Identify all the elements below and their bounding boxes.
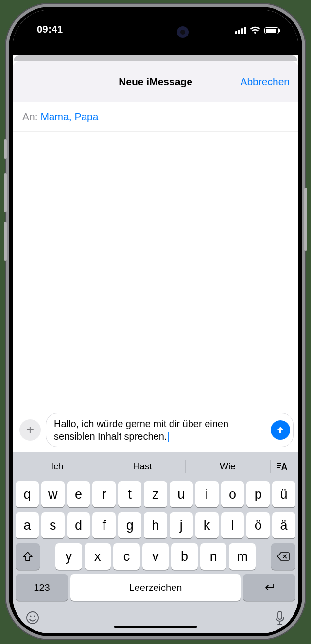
keyboard-row-3: y x c v b n m bbox=[15, 543, 296, 570]
svg-point-2 bbox=[34, 615, 35, 617]
key-o[interactable]: o bbox=[221, 481, 244, 507]
emoji-button[interactable] bbox=[25, 610, 40, 629]
key-m[interactable]: m bbox=[229, 543, 256, 570]
numbers-key[interactable]: 123 bbox=[16, 574, 68, 601]
cellular-icon bbox=[235, 27, 246, 34]
send-button[interactable] bbox=[271, 420, 290, 440]
key-y[interactable]: y bbox=[55, 543, 82, 570]
microphone-icon bbox=[274, 610, 286, 626]
text-format-button[interactable] bbox=[270, 455, 296, 478]
compose-bar: + Hallo, ich würde gerne mit dir über ei… bbox=[13, 410, 298, 452]
key-c[interactable]: c bbox=[113, 543, 140, 570]
key-a[interactable]: a bbox=[16, 512, 39, 538]
key-b[interactable]: b bbox=[171, 543, 198, 570]
key-d[interactable]: d bbox=[67, 512, 90, 538]
return-icon bbox=[262, 583, 276, 592]
key-v[interactable]: v bbox=[142, 543, 169, 570]
volume-up-button bbox=[4, 173, 7, 212]
svg-rect-3 bbox=[278, 611, 282, 619]
key-u[interactable]: u bbox=[170, 481, 193, 507]
screen: 09:41 Neue iMessage Abbrechen An: Mama, … bbox=[13, 10, 298, 633]
status-icons bbox=[235, 26, 279, 37]
key-g[interactable]: g bbox=[118, 512, 141, 538]
shift-key[interactable] bbox=[16, 543, 40, 570]
keyboard: Ich Hast Wie q w e r t z u i o bbox=[13, 452, 298, 633]
suggestion-3[interactable]: Wie bbox=[185, 455, 270, 478]
shift-icon bbox=[22, 551, 34, 562]
suggestion-2[interactable]: Hast bbox=[100, 455, 185, 478]
key-i[interactable]: i bbox=[195, 481, 219, 507]
svg-point-0 bbox=[27, 612, 38, 624]
status-time: 09:41 bbox=[37, 24, 63, 37]
key-f[interactable]: f bbox=[92, 512, 116, 538]
add-attachment-button[interactable]: + bbox=[19, 419, 41, 441]
key-r[interactable]: r bbox=[92, 481, 116, 507]
message-text: Hallo, ich würde gerne mit dir über eine… bbox=[54, 418, 228, 442]
key-t[interactable]: t bbox=[118, 481, 141, 507]
volume-down-button bbox=[4, 222, 7, 261]
recipients-label: An: bbox=[22, 111, 38, 122]
space-key[interactable]: Leerzeichen bbox=[70, 574, 241, 601]
arrow-up-icon bbox=[276, 425, 285, 435]
key-j[interactable]: j bbox=[170, 512, 193, 538]
key-ue[interactable]: ü bbox=[272, 481, 295, 507]
key-x[interactable]: x bbox=[85, 543, 111, 570]
text-format-icon bbox=[277, 462, 290, 471]
recipients-names: Mama, Papa bbox=[40, 111, 98, 122]
key-w[interactable]: w bbox=[41, 481, 65, 507]
dynamic-island bbox=[116, 21, 195, 43]
battery-icon bbox=[264, 27, 279, 34]
cancel-button[interactable]: Abbrechen bbox=[240, 76, 290, 88]
key-e[interactable]: e bbox=[67, 481, 90, 507]
key-q[interactable]: q bbox=[16, 481, 39, 507]
key-z[interactable]: z bbox=[144, 481, 167, 507]
home-indicator[interactable] bbox=[114, 626, 197, 628]
key-l[interactable]: l bbox=[221, 512, 244, 538]
backspace-icon bbox=[276, 552, 290, 561]
phone-frame: 09:41 Neue iMessage Abbrechen An: Mama, … bbox=[5, 3, 306, 640]
dictation-button[interactable] bbox=[274, 610, 286, 629]
keyboard-row-4: 123 Leerzeichen bbox=[15, 574, 296, 601]
key-p[interactable]: p bbox=[246, 481, 270, 507]
backspace-key[interactable] bbox=[271, 543, 295, 570]
modal-header: Neue iMessage Abbrechen bbox=[13, 61, 298, 102]
return-key[interactable] bbox=[243, 574, 295, 601]
svg-point-1 bbox=[30, 615, 31, 617]
suggestion-1[interactable]: Ich bbox=[15, 455, 100, 478]
suggestion-bar: Ich Hast Wie bbox=[15, 455, 296, 478]
power-button bbox=[304, 188, 307, 251]
key-h[interactable]: h bbox=[144, 512, 167, 538]
key-n[interactable]: n bbox=[200, 543, 227, 570]
emoji-icon bbox=[25, 610, 40, 625]
conversation-area bbox=[13, 132, 298, 410]
keyboard-row-2: a s d f g h j k l ö ä bbox=[15, 512, 296, 538]
wifi-icon bbox=[250, 26, 260, 34]
message-input[interactable]: Hallo, ich würde gerne mit dir über eine… bbox=[46, 413, 294, 447]
background-sheet bbox=[14, 55, 297, 61]
switch-button bbox=[4, 139, 7, 159]
keyboard-row-1: q w e r t z u i o p ü bbox=[15, 481, 296, 507]
key-k[interactable]: k bbox=[195, 512, 219, 538]
recipients-field[interactable]: An: Mama, Papa bbox=[13, 102, 298, 132]
key-s[interactable]: s bbox=[41, 512, 65, 538]
key-ae[interactable]: ä bbox=[272, 512, 295, 538]
camera-dot bbox=[177, 26, 189, 38]
key-oe[interactable]: ö bbox=[246, 512, 270, 538]
